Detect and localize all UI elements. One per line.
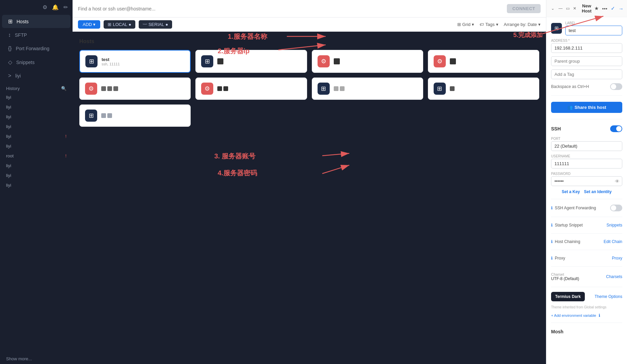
chevron-tags-icon: ▾ — [496, 22, 498, 27]
proxy-link[interactable]: Proxy — [612, 256, 622, 261]
chevron-down-icon[interactable]: ⌄ — [551, 6, 554, 11]
search-input[interactable] — [78, 6, 503, 11]
charset-value: UTF-8 (Default) — [551, 276, 579, 281]
history-item[interactable]: liyi — [0, 122, 73, 131]
minimize-icon[interactable]: — — [558, 6, 563, 11]
connect-button[interactable]: CONNECT — [507, 4, 541, 13]
forward-icon[interactable]: → — [619, 6, 624, 11]
share-icon: 👥 — [567, 105, 573, 110]
grid-icon: ⊞ — [457, 22, 461, 27]
host-icon: ⊞ — [201, 55, 213, 67]
info-icon-chaining[interactable]: ℹ — [551, 239, 553, 244]
host-icon: ⊞ — [85, 55, 98, 67]
host-square — [223, 86, 228, 91]
tag-input[interactable] — [551, 69, 622, 79]
host-square — [101, 113, 106, 118]
password-label: Password — [551, 172, 622, 176]
share-button[interactable]: 👥 Share this host — [551, 102, 622, 113]
theme-options-button[interactable]: Theme Options — [595, 294, 622, 299]
host-card[interactable]: ⊞ — [428, 78, 539, 100]
divider8 — [551, 287, 622, 287]
sidebar-item-hosts[interactable]: ⊞ Hosts — [2, 15, 71, 28]
history-item[interactable]: root! — [0, 151, 73, 161]
history-section: History 🔍 — [0, 83, 73, 92]
history-item[interactable]: liyi! — [0, 131, 73, 141]
sidebar-item-liyi-label: liyi — [15, 73, 21, 79]
add-button[interactable]: ADD ▾ — [78, 20, 100, 29]
info-icon-proxy[interactable]: ℹ — [551, 256, 553, 261]
port-field[interactable] — [551, 141, 622, 151]
gear-icon[interactable]: ⚙ — [43, 4, 47, 10]
local-button[interactable]: ⊞ LOCAL ● — [104, 20, 135, 29]
hosts-grid: ⊞ test ssh, 11111 ⊞ ⚙ ⚙ — [79, 50, 539, 127]
restore-icon[interactable]: ▭ — [566, 6, 570, 11]
show-more[interactable]: Show more... — [0, 354, 73, 364]
ssh-agent-toggle[interactable] — [610, 205, 622, 211]
divider7 — [551, 266, 622, 267]
host-card[interactable]: ⚙ — [312, 50, 423, 73]
ssh-toggle[interactable] — [610, 125, 622, 132]
more-options-icon[interactable]: ••• — [602, 6, 607, 11]
arrange-by[interactable]: Arrange by: Date ▾ — [504, 22, 541, 27]
host-card[interactable]: ⊞ — [195, 50, 307, 73]
history-item[interactable]: liyi — [0, 171, 73, 180]
history-item[interactable]: liyi — [0, 161, 73, 171]
host-card[interactable]: ⚙ — [428, 50, 539, 73]
history-item[interactable]: liyi — [0, 102, 73, 112]
host-card[interactable]: ⊞ — [79, 104, 191, 127]
info-icon-env[interactable]: ℹ — [599, 313, 600, 318]
host-card[interactable]: ⚙ — [79, 78, 191, 100]
hosts-area: Hosts ⊞ test ssh, 11111 ⊞ ⚙ — [73, 32, 546, 364]
username-field[interactable] — [551, 159, 622, 169]
sidebar-item-port-forwarding-label: Port Forwarding — [16, 46, 50, 51]
host-icon: ⚙ — [201, 83, 213, 95]
backspace-toggle[interactable] — [610, 83, 622, 90]
hosts-icon: ⊞ — [8, 18, 12, 25]
grid-view[interactable]: ⊞ Grid ▾ — [457, 22, 474, 27]
sidebar-item-port-forwarding[interactable]: {} Port Forwarding — [2, 42, 71, 55]
set-identity-button[interactable]: Set an Identity — [584, 189, 612, 194]
parent-group-input[interactable] — [551, 56, 622, 66]
sidebar-item-sftp[interactable]: ↕ SFTP — [2, 29, 71, 41]
sidebar-item-snippets[interactable]: ◇ Snippets — [2, 56, 71, 69]
theme-button[interactable]: Termius Dark — [551, 292, 585, 301]
startup-snippet-row: ℹ Startup Snippet Snippets — [551, 222, 622, 229]
host-icon-selector[interactable]: ⊞ — [551, 23, 562, 34]
history-item[interactable]: liyi — [0, 141, 73, 151]
add-env-link[interactable]: + Add environment variable — [551, 313, 596, 317]
right-panel: ⌄ — ▭ ✕ New Host ★ ••• ✓ → ⊞ Label Addre… — [546, 0, 627, 364]
host-square — [113, 86, 118, 91]
panel-titlebar: ⌄ — ▭ ✕ New Host ★ ••• ✓ → — [546, 0, 627, 17]
sidebar-item-liyi[interactable]: > liyi — [2, 69, 71, 82]
key-identity-row: Set a Key Set an Identity — [551, 189, 622, 194]
host-square — [450, 58, 456, 64]
sidebar-item-sftp-label: SFTP — [15, 32, 27, 38]
port-group: Port — [551, 137, 622, 151]
bell-icon[interactable]: 🔔 — [52, 4, 59, 10]
set-key-button[interactable]: Set a Key — [562, 189, 580, 194]
address-field[interactable] — [551, 43, 622, 53]
info-icon-agent[interactable]: ℹ — [551, 206, 553, 210]
history-search-icon[interactable]: 🔍 — [61, 86, 66, 91]
label-field[interactable] — [565, 26, 622, 35]
host-card[interactable]: ⊞ — [312, 78, 423, 100]
edit-icon[interactable]: ✏ — [63, 4, 68, 10]
host-card[interactable]: ⚙ — [195, 78, 307, 100]
divider9 — [551, 323, 622, 323]
snippets-link[interactable]: Snippets — [606, 223, 622, 228]
eye-icon[interactable]: 👁 — [615, 179, 620, 184]
charsets-link[interactable]: Charsets — [606, 274, 622, 279]
checkmark-icon[interactable]: ✓ — [611, 5, 615, 11]
serial-button[interactable]: 〰 SERIAL ● — [139, 20, 172, 29]
info-icon-snippet[interactable]: ℹ — [551, 223, 553, 228]
edit-chain-link[interactable]: Edit Chain — [604, 239, 622, 244]
close-icon[interactable]: ✕ — [573, 6, 576, 11]
bookmark-icon[interactable]: ★ — [594, 5, 599, 11]
history-item[interactable]: liyi — [0, 92, 73, 102]
history-item[interactable]: liyi — [0, 180, 73, 190]
password-field[interactable] — [551, 176, 622, 186]
history-item[interactable]: liyi — [0, 112, 73, 122]
host-card[interactable]: ⊞ test ssh, 11111 — [79, 50, 191, 73]
tags-filter[interactable]: 🏷 Tags ▾ — [480, 22, 498, 27]
add-env-row[interactable]: + Add environment variable ℹ — [551, 313, 622, 318]
